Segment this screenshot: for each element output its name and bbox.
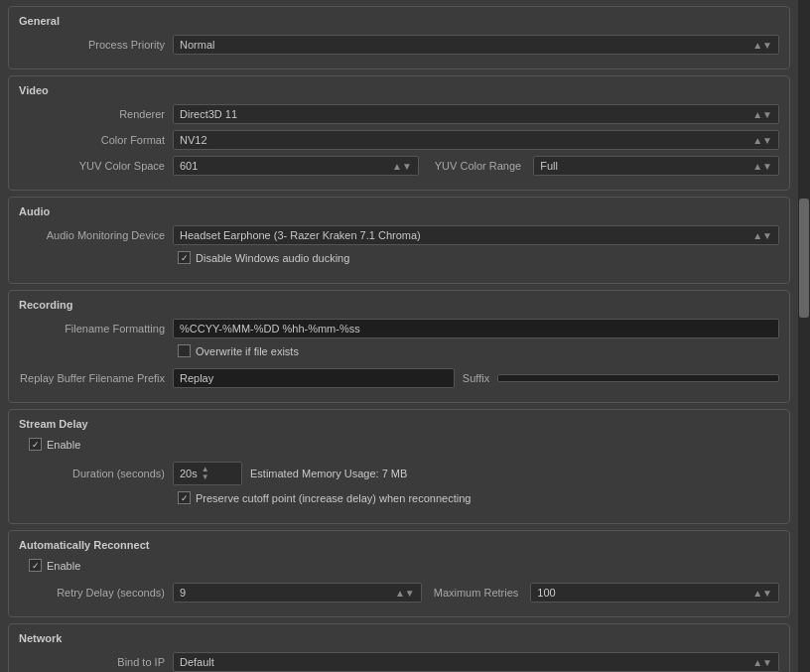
main-container: General Process Priority Normal ▲▼ Video… — [0, 0, 810, 672]
filename-formatting-input[interactable]: %CCYY-%MM-%DD %hh-%mm-%ss — [173, 319, 779, 338]
audio-section: Audio Audio Monitoring Device Headset Ea… — [8, 197, 790, 284]
replay-buffer-label: Replay Buffer Filename Prefix — [19, 372, 173, 384]
monitoring-device-label: Audio Monitoring Device — [19, 229, 173, 241]
memory-usage-text: Estimated Memory Usage: 7 MB — [250, 468, 407, 479]
bind-ip-arrow: ▲▼ — [752, 657, 772, 668]
disable-ducking-checkbox[interactable] — [178, 251, 191, 264]
replay-suffix-row: Replay Suffix — [173, 368, 779, 388]
preserve-checkbox[interactable] — [178, 491, 191, 504]
duration-arrows: ▲ ▼ — [202, 466, 209, 481]
recording-section: Recording Filename Formatting %CCYY-%MM-… — [8, 290, 790, 403]
monitoring-device-row: Audio Monitoring Device Headset Earphone… — [19, 225, 779, 245]
retry-delay-input[interactable]: 9 ▲▼ — [173, 583, 422, 603]
scrollbar-thumb[interactable] — [799, 199, 809, 318]
stream-delay-enable-checkbox-row: Enable — [29, 438, 80, 451]
yuv-cols: 601 ▲▼ YUV Color Range Full ▲▼ — [173, 156, 779, 176]
color-format-label: Color Format — [19, 134, 173, 146]
max-retries-arrows: ▲▼ — [752, 588, 772, 599]
preserve-checkbox-row: Preserve cutoff point (increase delay) w… — [178, 491, 471, 504]
renderer-select[interactable]: Direct3D 11 ▲▼ — [173, 104, 779, 124]
bind-ip-row: Bind to IP Default ▲▼ — [19, 652, 779, 672]
yuv-space-arrow: ▲▼ — [392, 161, 412, 172]
retry-delay-label: Retry Delay (seconds) — [19, 587, 173, 599]
retry-delay-arrows: ▲▼ — [395, 588, 415, 599]
auto-reconnect-enable-checkbox-row: Enable — [29, 559, 80, 572]
duration-label: Duration (seconds) — [19, 468, 173, 479]
general-title: General — [19, 15, 779, 27]
yuv-color-space-select[interactable]: 601 ▲▼ — [173, 156, 419, 176]
stream-delay-enable-row: Enable — [19, 438, 779, 456]
yuv-row: YUV Color Space 601 ▲▼ YUV Color Range F… — [19, 156, 779, 176]
stream-delay-enable-checkbox[interactable] — [29, 438, 42, 451]
replay-buffer-input[interactable]: Replay — [173, 368, 455, 388]
stream-delay-title: Stream Delay — [19, 418, 779, 430]
yuv-range-arrow: ▲▼ — [752, 161, 772, 172]
process-priority-select[interactable]: Normal ▲▼ — [173, 35, 779, 55]
disable-ducking-checkbox-row: Disable Windows audio ducking — [178, 251, 349, 264]
stream-delay-enable-label: Enable — [47, 439, 80, 451]
color-format-arrow: ▲▼ — [752, 135, 772, 146]
color-format-select[interactable]: NV12 ▲▼ — [173, 130, 779, 150]
suffix-input[interactable] — [497, 374, 779, 382]
max-retries-label: Maximum Retries — [434, 587, 519, 599]
monitoring-device-select[interactable]: Headset Earphone (3- Razer Kraken 7.1 Ch… — [173, 225, 779, 245]
preserve-row: Preserve cutoff point (increase delay) w… — [19, 491, 779, 509]
max-retries-input[interactable]: 100 ▲▼ — [530, 583, 779, 603]
video-title: Video — [19, 84, 779, 96]
process-priority-arrow: ▲▼ — [752, 40, 772, 51]
stream-delay-section: Stream Delay Enable Duration (seconds) 2… — [8, 409, 790, 524]
duration-row: Duration (seconds) 20s ▲ ▼ Estimated Mem… — [19, 462, 779, 485]
network-title: Network — [19, 632, 779, 644]
auto-reconnect-enable-label: Enable — [47, 560, 80, 572]
renderer-arrow: ▲▼ — [752, 109, 772, 120]
renderer-label: Renderer — [19, 108, 173, 120]
auto-reconnect-section: Automatically Reconnect Enable Retry Del… — [8, 530, 790, 617]
audio-title: Audio — [19, 205, 779, 217]
bind-ip-label: Bind to IP — [19, 656, 173, 668]
renderer-row: Renderer Direct3D 11 ▲▼ — [19, 104, 779, 124]
overwrite-label: Overwrite if file exists — [196, 345, 299, 357]
scrollbar[interactable] — [798, 0, 810, 672]
overwrite-checkbox[interactable] — [178, 344, 191, 357]
content-area: General Process Priority Normal ▲▼ Video… — [0, 0, 798, 672]
replay-buffer-row: Replay Buffer Filename Prefix Replay Suf… — [19, 368, 779, 388]
auto-reconnect-title: Automatically Reconnect — [19, 539, 779, 551]
yuv-color-range-select[interactable]: Full ▲▼ — [533, 156, 779, 176]
filename-formatting-row: Filename Formatting %CCYY-%MM-%DD %hh-%m… — [19, 319, 779, 338]
recording-title: Recording — [19, 299, 779, 311]
network-section: Network Bind to IP Default ▲▼ Enable new… — [8, 623, 790, 672]
filename-formatting-label: Filename Formatting — [19, 323, 173, 335]
auto-reconnect-enable-row: Enable — [19, 559, 779, 577]
disable-ducking-row: Disable Windows audio ducking — [19, 251, 779, 269]
color-format-row: Color Format NV12 ▲▼ — [19, 130, 779, 150]
overwrite-row: Overwrite if file exists — [19, 344, 779, 362]
duration-input[interactable]: 20s ▲ ▼ — [173, 462, 242, 485]
disable-ducking-label: Disable Windows audio ducking — [196, 252, 349, 264]
yuv-color-range-label: YUV Color Range — [435, 160, 521, 172]
yuv-color-space-label: YUV Color Space — [19, 160, 173, 172]
general-section: General Process Priority Normal ▲▼ — [8, 6, 790, 69]
video-section: Video Renderer Direct3D 11 ▲▼ Color Form… — [8, 75, 790, 191]
process-priority-row: Process Priority Normal ▲▼ — [19, 35, 779, 55]
auto-reconnect-enable-checkbox[interactable] — [29, 559, 42, 572]
monitoring-device-arrow: ▲▼ — [752, 230, 772, 241]
retry-delay-row: Retry Delay (seconds) 9 ▲▼ Maximum Retri… — [19, 583, 779, 603]
process-priority-label: Process Priority — [19, 39, 173, 51]
preserve-label: Preserve cutoff point (increase delay) w… — [196, 492, 471, 504]
suffix-label: Suffix — [463, 372, 489, 384]
overwrite-checkbox-row: Overwrite if file exists — [178, 344, 299, 357]
bind-ip-select[interactable]: Default ▲▼ — [173, 652, 779, 672]
